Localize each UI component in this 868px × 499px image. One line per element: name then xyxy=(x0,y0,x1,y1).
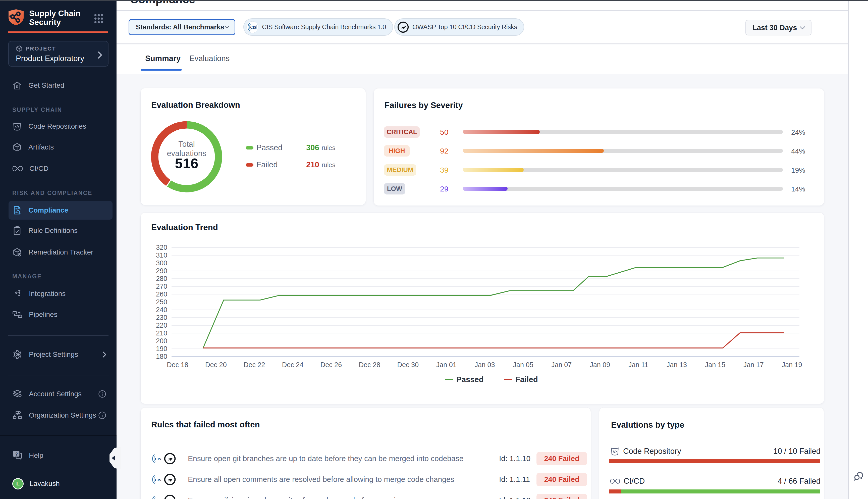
svg-text:Dec 18: Dec 18 xyxy=(167,361,188,369)
svg-text:CIS: CIS xyxy=(250,25,256,29)
svg-text:280: 280 xyxy=(156,275,167,282)
svg-text:Passed: Passed xyxy=(456,375,484,384)
svg-text:320: 320 xyxy=(156,244,167,251)
svg-text:270: 270 xyxy=(156,283,167,290)
svg-text:Jan 05: Jan 05 xyxy=(513,361,533,369)
svg-text:250: 250 xyxy=(156,298,167,306)
svg-text:Jan 01: Jan 01 xyxy=(436,361,457,369)
svg-text:240: 240 xyxy=(156,306,167,314)
svg-text:290: 290 xyxy=(156,267,167,275)
svg-text:230: 230 xyxy=(156,314,167,321)
svg-text:CIS: CIS xyxy=(155,478,161,482)
svg-text:180: 180 xyxy=(156,353,167,360)
svg-text:Jan 09: Jan 09 xyxy=(590,361,610,369)
svg-text:Failed: Failed xyxy=(516,375,538,384)
svg-text:Dec 28: Dec 28 xyxy=(359,361,381,369)
svg-text:Jan 13: Jan 13 xyxy=(667,361,687,369)
svg-text:Jan 19: Jan 19 xyxy=(782,361,802,369)
svg-text:Dec 30: Dec 30 xyxy=(397,361,419,369)
svg-text:310: 310 xyxy=(156,252,167,259)
svg-text:200: 200 xyxy=(156,337,167,345)
svg-text:Jan 03: Jan 03 xyxy=(474,361,495,369)
svg-text:210: 210 xyxy=(156,329,167,337)
svg-text:190: 190 xyxy=(156,345,167,353)
svg-text:Dec 26: Dec 26 xyxy=(321,361,342,369)
svg-text:CIS: CIS xyxy=(155,457,161,461)
svg-text:Jan 15: Jan 15 xyxy=(705,361,726,369)
svg-text:300: 300 xyxy=(156,259,167,267)
svg-text:Jan 11: Jan 11 xyxy=(629,361,648,369)
svg-text:220: 220 xyxy=(156,321,167,329)
svg-text:Jan 07: Jan 07 xyxy=(551,361,572,369)
svg-text:?: ? xyxy=(15,452,18,456)
svg-text:Dec 24: Dec 24 xyxy=(282,361,303,369)
svg-text:Dec 20: Dec 20 xyxy=(205,361,227,369)
svg-text:Jan 17: Jan 17 xyxy=(743,361,764,369)
svg-text:260: 260 xyxy=(156,291,167,298)
svg-text:Dec 22: Dec 22 xyxy=(244,361,265,369)
